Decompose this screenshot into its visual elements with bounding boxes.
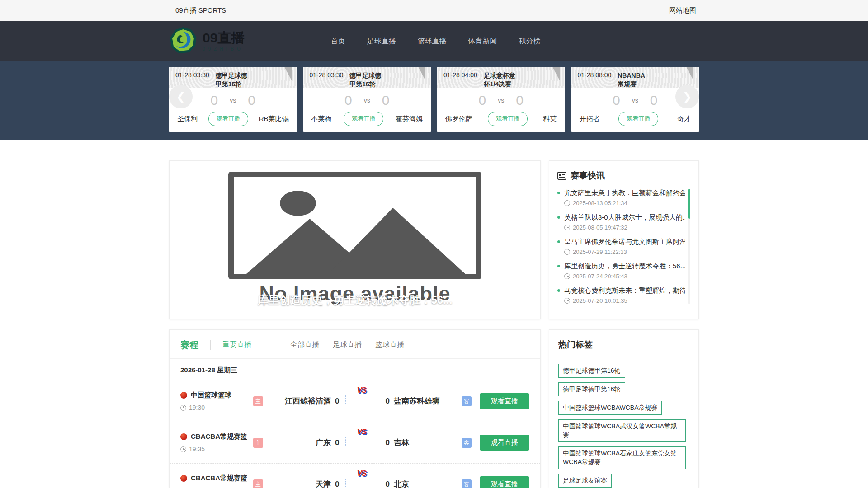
watch-live-button[interactable]: 观看直播 [618,112,658,126]
home-score: 0 [479,93,486,108]
tag-link[interactable]: 中国篮球篮球WCBAWCBA常规赛 [558,401,662,415]
schedule-row: 中国篮球篮球 19:30 主 江西鲸裕清酒 0 VS [170,380,540,422]
match-league: 德甲足球德 甲第16轮 [349,71,396,88]
away-badge: 客 [462,396,472,406]
row-away-score: 0 [386,480,390,488]
basketball-icon [180,433,187,440]
news-link[interactable]: 马竞核心费利克斯未来：重塑辉煌，期待... [557,286,685,295]
row-time: 19:35 [189,446,205,453]
schedule-row: CBACBA常规赛篮 19:35 主 广东 0 VS [170,422,540,463]
news-link[interactable]: 英格兰队以3-0大胜威尔士，展现强大的... [557,212,685,222]
news-link[interactable]: 皇马主席佛罗伦蒂诺与尤文图斯主席阿涅... [557,237,685,246]
news-item: 英格兰队以3-0大胜威尔士，展现强大的... 2025-08-05 19:47:… [557,212,685,231]
news-link[interactable]: 库里创造历史，勇士逆转魔术夺胜：56... [557,261,685,271]
home-team: 不莱梅 [311,115,332,123]
clock-icon [564,249,570,255]
score-pill [345,395,346,404]
logo-subtitle: 09ZHIBO [203,47,245,52]
row-away-score: 0 [386,438,390,447]
newspaper-icon [557,171,566,180]
vs-label: vs [230,97,236,104]
watch-live-button[interactable]: 观看直播 [208,112,248,126]
tab-all-live[interactable]: 全部直播 [290,340,319,350]
match-card[interactable]: 01-28 04:00 足球意杯意 杯1/4决赛 0 vs 0 佛罗伦萨 观看直… [437,67,565,132]
corner-ribbon-icon [552,67,560,80]
away-score: 0 [248,93,255,108]
logo-icon [169,26,197,56]
tag-link[interactable]: 德甲足球德甲第16轮 [558,364,625,378]
vs-icon: VS [357,386,367,395]
news-list: 尤文萨里未急于执教：巨额薪金和解约金... 2025-08-13 05:21:3… [557,188,690,304]
row-time: 19:30 [189,404,205,411]
tag-link[interactable]: 中国篮球篮球WCBA石家庄女篮东莞女篮WCBA常规赛 [558,446,686,469]
news-link[interactable]: 尤文萨里未急于执教：巨额薪金和解约金... [557,188,685,197]
site-brand: 09直播 SPORTS [169,6,226,15]
tab-basketball-live[interactable]: 篮球直播 [375,340,404,350]
news-item: 尤文萨里未急于执教：巨额薪金和解约金... 2025-08-13 05:21:3… [557,188,685,206]
news-timestamp: 2025-07-29 11:22:33 [573,249,627,255]
nav-item-sports-news[interactable]: 体育新闻 [468,37,497,46]
corner-ribbon-icon [284,67,292,80]
row-away-score: 0 [386,397,390,406]
score-pill [345,479,346,487]
tags-cloud: 德甲足球德甲第16轮 德甲足球德甲第16轮 中国篮球篮球WCBAWCBA常规赛 … [558,357,689,488]
away-team: 霍芬海姆 [396,115,423,123]
match-card[interactable]: 01-28 03:30 德甲足球德 甲第16轮 0 vs 0 不莱梅 观看直播 … [303,67,431,132]
clock-icon [564,298,570,304]
tab-important-live[interactable]: 重要直播 [222,340,251,350]
schedule-title: 赛程 [180,339,198,351]
away-score: 0 [382,93,390,108]
tag-link[interactable]: 德甲足球德甲第16轮 [558,382,625,396]
score-pill [345,437,346,446]
home-team: 佛罗伦萨 [445,115,472,123]
watch-live-button[interactable]: 观看直播 [488,112,528,126]
match-league: 足球意杯意 杯1/4决赛 [484,71,531,88]
home-team: 圣保利 [177,115,198,123]
news-banner[interactable]: No Image available 库里创造历史，勇士逆转魔术夺胜：56... [169,160,541,319]
news-item: 马竞核心费利克斯未来：重塑辉煌，期待... 2025-07-20 10:01:3… [557,286,685,304]
nav-item-standings[interactable]: 积分榜 [519,37,540,46]
news-panel: 赛事快讯 尤文萨里未急于执教：巨额薪金和解约金... 2025-08-13 05… [549,160,699,319]
basketball-icon [180,392,187,399]
row-home-team: 江西鲸裕清酒 [263,396,331,406]
clock-icon [564,200,570,206]
schedule-date: 2026-01-28 星期三 [170,359,540,380]
nav-item-basketball-live[interactable]: 篮球直播 [417,37,446,46]
away-score: 0 [516,93,524,108]
home-score: 0 [211,93,218,108]
chevron-left-icon: ❮ [176,90,185,103]
hot-tags-title: 热门标签 [558,339,689,357]
tab-football-live[interactable]: 足球直播 [333,340,362,350]
row-home-score: 0 [335,397,339,406]
away-badge: 客 [462,438,472,448]
watch-live-button[interactable]: 观看直播 [344,112,383,126]
nav-item-football-live[interactable]: 足球直播 [367,37,396,46]
nav-item-home[interactable]: 首页 [330,37,345,46]
row-league: 中国篮球篮球 [191,391,231,399]
image-placeholder-icon [228,172,481,279]
match-time: 01-28 08:00 [578,71,612,88]
away-badge: 客 [462,479,472,488]
watch-live-button[interactable]: 观看直播 [480,476,529,488]
hero-band: ❮ ❯ 01-28 03:30 德甲足球德 甲第16轮 0 vs 0 [0,61,868,140]
site-logo[interactable]: 09直播 09ZHIBO [169,26,245,56]
home-score: 0 [613,93,620,108]
match-time: 01-28 03:30 [310,71,344,88]
away-team: 科莫 [543,115,557,123]
tag-link[interactable]: 中国篮球篮球WCBA武汉女篮WCBA常规赛 [558,419,686,442]
match-league: 德甲足球德 甲第16轮 [216,71,263,88]
watch-live-button[interactable]: 观看直播 [480,393,529,409]
watch-live-button[interactable]: 观看直播 [480,435,529,451]
nav-menu: 首页 足球直播 篮球直播 体育新闻 积分榜 [330,37,562,46]
scrollbar-thumb[interactable] [688,189,690,219]
row-home-team: 天津 [263,479,331,488]
carousel-prev-button[interactable]: ❮ [169,85,193,108]
away-score: 0 [650,93,658,108]
away-team: RB莱比锡 [259,115,289,123]
row-home-team: 广东 [263,437,331,448]
tag-link[interactable]: 足球足球友谊赛 [558,474,612,488]
sitemap-link[interactable]: 网站地图 [669,6,699,15]
banner-caption[interactable]: 库里创造历史，勇士逆转魔术夺胜：56... [170,293,540,307]
carousel-next-button[interactable]: ❯ [675,85,699,108]
row-away-team: 盐南苏科雄狮 [394,396,462,406]
